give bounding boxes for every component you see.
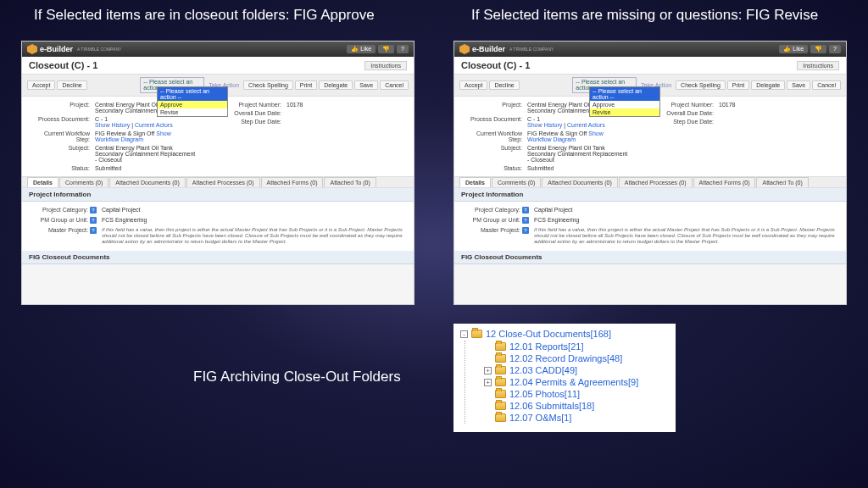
cancel-button[interactable]: Cancel — [380, 80, 409, 90]
tab-attached-forms[interactable]: Attached Forms (0) — [261, 177, 324, 187]
help-icon[interactable]: ? — [90, 227, 97, 234]
dropdown-header: -- Please select an action -- — [158, 87, 227, 101]
project-number-value: 10178 — [719, 102, 821, 108]
show-workflow-link[interactable]: Show Workflow Diagram — [95, 130, 171, 142]
heading-archiving: FIG Archiving Close-Out Folders — [193, 369, 401, 385]
expand-icon[interactable]: + — [484, 379, 492, 386]
subject-value: Central Energy Plant Oil Tank Secondary … — [95, 145, 197, 163]
show-history-link[interactable]: Show History — [95, 122, 130, 128]
accept-button[interactable]: Accept — [459, 80, 487, 90]
delegate-button[interactable]: Delegate — [319, 80, 353, 90]
status-value: Submitted — [95, 165, 197, 171]
cancel-button[interactable]: Cancel — [812, 80, 841, 90]
master-project-label: Master Project:? — [29, 227, 97, 246]
tree-root-label: 12 Close-Out Documents[168] — [486, 329, 611, 339]
current-actors-link[interactable]: Current Actors — [135, 122, 173, 128]
tab-attached-processes[interactable]: Attached Processes (0) — [186, 177, 260, 187]
logo-tagline: A TRIMBLE COMPANY — [509, 47, 554, 52]
folder-icon — [495, 366, 506, 374]
category-label: Project Category:? — [461, 207, 529, 214]
accept-button[interactable]: Accept — [27, 80, 55, 90]
like-button[interactable]: 👍 Like — [347, 45, 376, 53]
thumbs-down-button[interactable]: 👎 — [378, 45, 394, 53]
help-icon[interactable]: ? — [522, 227, 529, 234]
tree-item[interactable]: 12.06 Submittals[18] — [484, 400, 669, 412]
tab-comments[interactable]: Comments (0) — [59, 177, 108, 187]
help-icon[interactable]: ? — [90, 207, 97, 214]
category-label: Project Category:? — [29, 207, 97, 214]
page-title: Closeout (C) - 1 — [29, 60, 97, 70]
status-label: Status: — [31, 165, 90, 171]
tree-item[interactable]: 12.02 Record Drawings[48] — [484, 352, 669, 364]
tab-attached-docs[interactable]: Attached Documents (0) — [542, 177, 617, 187]
tab-details[interactable]: Details — [459, 177, 491, 187]
action-dropdown: -- Please select an action -- Approve Re… — [157, 86, 228, 117]
help-button[interactable]: ? — [397, 45, 409, 53]
tree-item-label: 12.01 Reports[21] — [509, 341, 583, 352]
current-actors-link[interactable]: Current Actors — [567, 122, 605, 128]
process-doc-label: Process Document: — [463, 116, 522, 128]
tab-attached-forms[interactable]: Attached Forms (0) — [693, 177, 756, 187]
page-title: Closeout (C) - 1 — [461, 60, 530, 70]
decline-button[interactable]: Decline — [489, 80, 519, 90]
tree-root[interactable]: - 12 Close-Out Documents[168] — [460, 329, 669, 339]
collapse-icon[interactable]: - — [460, 330, 468, 338]
folder-icon — [495, 413, 506, 422]
toolbar: Accept Decline -- Please select an actio… — [454, 75, 846, 97]
tree-item[interactable]: + 12.04 Permits & Agreements[9] — [484, 376, 669, 388]
project-number-value: 10178 — [287, 102, 388, 108]
toolbar: Accept Decline -- Please select an actio… — [22, 75, 414, 97]
help-icon[interactable]: ? — [522, 217, 529, 224]
dropdown-revise[interactable]: Revise — [158, 108, 227, 116]
delegate-button[interactable]: Delegate — [751, 80, 785, 90]
tree-item[interactable]: 12.01 Reports[21] — [484, 341, 669, 352]
folder-icon — [495, 402, 506, 410]
dropdown-approve[interactable]: Approve — [590, 101, 659, 108]
tab-attached-to[interactable]: Attached To (0) — [324, 177, 376, 187]
help-icon[interactable]: ? — [522, 207, 529, 214]
tree-item-label: 12.07 O&Ms[1] — [509, 413, 571, 423]
show-workflow-link[interactable]: Show Workflow Diagram — [527, 130, 604, 142]
tree-item-label: 12.03 CADD[49] — [509, 365, 577, 375]
instructions-button[interactable]: Instructions — [364, 61, 407, 70]
tree-item[interactable]: + 12.03 CADD[49] — [484, 364, 669, 376]
dropdown-approve[interactable]: Approve — [158, 101, 227, 108]
tree-item[interactable]: 12.05 Photos[11] — [484, 388, 669, 400]
master-project-label: Master Project:? — [461, 227, 529, 246]
dropdown-revise[interactable]: Revise — [590, 108, 659, 116]
subject-value: Central Energy Plant Oil Tank Secondary … — [527, 145, 629, 163]
decline-button[interactable]: Decline — [57, 80, 86, 90]
tab-comments[interactable]: Comments (0) — [492, 177, 541, 187]
subject-label: Subject: — [463, 145, 522, 163]
expand-icon[interactable]: + — [484, 367, 492, 374]
tabs: Details Comments (0) Attached Documents … — [454, 176, 846, 188]
tab-details[interactable]: Details — [27, 177, 58, 187]
help-button[interactable]: ? — [829, 45, 841, 53]
check-spelling-button[interactable]: Check Spelling — [243, 80, 293, 90]
topbar: e-Builder A TRIMBLE COMPANY 👍 Like 👎 ? — [454, 42, 846, 57]
instructions-button[interactable]: Instructions — [797, 61, 839, 70]
tab-attached-docs[interactable]: Attached Documents (0) — [109, 177, 185, 187]
logo-cube-icon — [459, 44, 470, 54]
ebuilder-panel-right: e-Builder A TRIMBLE COMPANY 👍 Like 👎 ? C… — [453, 41, 847, 305]
subject-label: Subject: — [31, 145, 90, 163]
tab-attached-to[interactable]: Attached To (0) — [756, 177, 808, 187]
save-button[interactable]: Save — [354, 80, 378, 90]
check-spelling-button[interactable]: Check Spelling — [676, 80, 726, 90]
pm-group-value: FCS Engineering — [534, 217, 839, 224]
show-history-link[interactable]: Show History — [527, 122, 562, 128]
action-dropdown: -- Please select an action -- Approve Re… — [589, 86, 660, 117]
tab-attached-processes[interactable]: Attached Processes (0) — [619, 177, 693, 187]
like-button[interactable]: 👍 Like — [779, 45, 808, 53]
project-number-label: Project Number: — [654, 102, 714, 108]
print-button[interactable]: Print — [295, 80, 317, 90]
pm-group-label: PM Group or Unit:? — [461, 217, 529, 224]
help-icon[interactable]: ? — [90, 217, 97, 224]
workflow-label: Current Workflow Step: — [463, 130, 522, 142]
master-project-note: If this field has a value, then this pro… — [102, 227, 407, 246]
tree-item[interactable]: 12.07 O&Ms[1] — [484, 412, 669, 424]
print-button[interactable]: Print — [727, 80, 749, 90]
save-button[interactable]: Save — [787, 80, 810, 90]
thumbs-down-button[interactable]: 👎 — [810, 45, 826, 53]
workflow-label: Current Workflow Step: — [31, 130, 90, 142]
